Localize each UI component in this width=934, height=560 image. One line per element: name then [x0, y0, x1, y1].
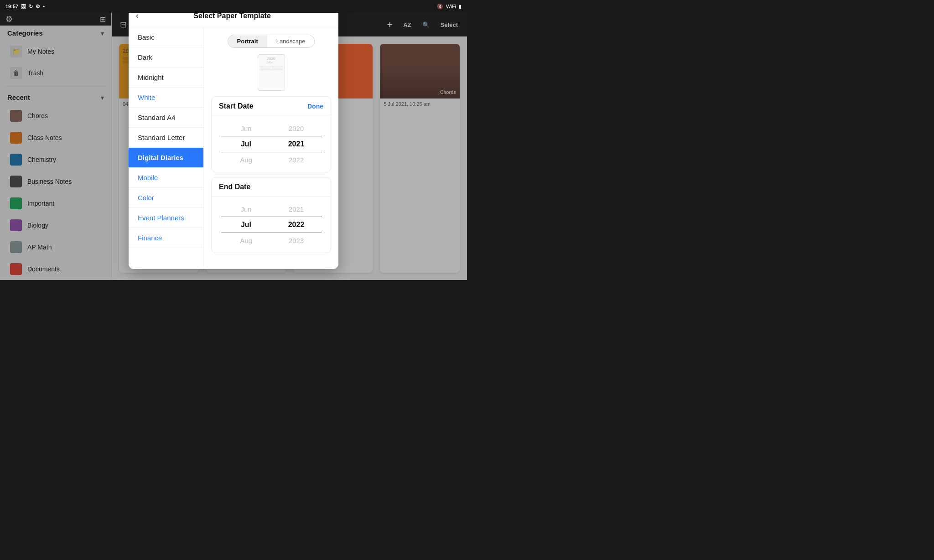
- start-date-done[interactable]: Done: [307, 103, 323, 110]
- template-item-event-planners[interactable]: Event Planners: [129, 208, 203, 228]
- template-item-standard-a4[interactable]: Standard A4: [129, 108, 203, 128]
- preview-thumbnails: 2020 JAN…: [211, 54, 331, 91]
- battery-icon: ▮: [459, 4, 462, 10]
- orientation-toggle: Portrait Landscape: [228, 35, 315, 48]
- end-month-aug[interactable]: Aug: [221, 233, 271, 248]
- dot-icon: •: [43, 4, 45, 9]
- template-item-finance[interactable]: Finance: [129, 228, 203, 248]
- status-time: 19:57: [5, 4, 18, 9]
- start-month-column: Jun Jul Aug: [221, 121, 271, 167]
- start-date-header: Start Date Done: [212, 97, 331, 116]
- end-date-header: End Date: [212, 177, 331, 197]
- status-left: 19:57 🖼 ↻ ⚙ •: [5, 4, 45, 10]
- portrait-btn[interactable]: Portrait: [228, 35, 267, 47]
- template-item-white[interactable]: White: [129, 88, 203, 108]
- landscape-btn[interactable]: Landscape: [267, 35, 315, 47]
- wifi-icon: WiFi: [446, 4, 456, 9]
- start-year-2021[interactable]: 2021: [271, 136, 322, 152]
- template-item-color[interactable]: Color: [129, 188, 203, 208]
- select-template-dialog: ‹ Select Paper Template Basic Dark Midni…: [129, 5, 338, 269]
- start-year-2022[interactable]: 2022: [271, 152, 322, 167]
- start-month-aug[interactable]: Aug: [221, 152, 271, 167]
- end-year-2023[interactable]: 2023: [271, 233, 322, 248]
- start-date-picker-scroll: Jun Jul Aug 2020 2021 2022: [212, 116, 331, 172]
- start-month-jul[interactable]: Jul: [221, 136, 271, 152]
- status-right: 🔇 WiFi ▮: [437, 4, 462, 10]
- end-year-2021[interactable]: 2021: [271, 202, 322, 217]
- sync-icon: ↻: [29, 4, 33, 10]
- end-year-2022[interactable]: 2022: [271, 217, 322, 233]
- preview-thumb-1: 2020 JAN…: [258, 54, 285, 91]
- template-item-basic[interactable]: Basic: [129, 27, 203, 47]
- end-date-picker: End Date Jun Jul Aug 2021 2022 2023: [211, 177, 331, 253]
- mute-icon: 🔇: [437, 4, 443, 10]
- template-item-standard-letter[interactable]: Standard Letter: [129, 128, 203, 148]
- template-preview: Portrait Landscape 2020 JAN…: [204, 27, 338, 269]
- template-item-mobile[interactable]: Mobile: [129, 168, 203, 188]
- template-item-dark[interactable]: Dark: [129, 47, 203, 67]
- start-date-picker: Start Date Done Jun Jul Aug 2020 2021 20…: [211, 96, 331, 172]
- dialog-body: Basic Dark Midnight White Standard A4 St…: [129, 27, 338, 269]
- end-date-title: End Date: [219, 183, 250, 191]
- dialog-title: Select Paper Template: [144, 12, 320, 20]
- start-year-column: 2020 2021 2022: [271, 121, 322, 167]
- settings-status-icon: ⚙: [36, 4, 40, 10]
- template-item-midnight[interactable]: Midnight: [129, 67, 203, 88]
- status-bar: 19:57 🖼 ↻ ⚙ • 🔇 WiFi ▮: [0, 0, 467, 13]
- start-month-jun[interactable]: Jun: [221, 121, 271, 136]
- start-year-2020[interactable]: 2020: [271, 121, 322, 136]
- end-month-column: Jun Jul Aug: [221, 202, 271, 248]
- end-date-picker-scroll: Jun Jul Aug 2021 2022 2023: [212, 197, 331, 253]
- photo-icon: 🖼: [21, 4, 26, 9]
- end-month-jul[interactable]: Jul: [221, 217, 271, 233]
- end-year-column: 2021 2022 2023: [271, 202, 322, 248]
- template-list: Basic Dark Midnight White Standard A4 St…: [129, 27, 204, 269]
- end-month-jun[interactable]: Jun: [221, 202, 271, 217]
- template-item-digital-diaries[interactable]: Digital Diaries: [129, 148, 203, 168]
- start-date-title: Start Date: [219, 102, 254, 110]
